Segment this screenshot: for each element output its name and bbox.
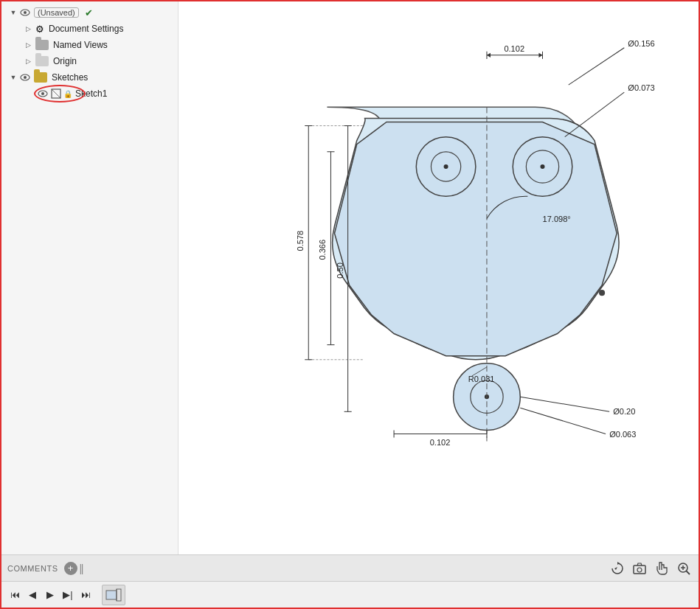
svg-line-55 <box>687 571 690 574</box>
tree-item-root[interactable]: ▼ (Unsaved) ✔ <box>1 4 178 21</box>
playback-bar: ⏮ ◀ ▶ ▶| ⏭ <box>1 581 699 608</box>
drag-handle[interactable]: ‖ <box>79 563 84 574</box>
unsaved-badge: (Unsaved) <box>34 7 79 18</box>
skip-forward-button[interactable]: ⏭ <box>78 588 93 602</box>
svg-point-14 <box>540 164 544 169</box>
add-comment-button[interactable]: + <box>64 562 77 575</box>
svg-text:Ø0.20: Ø0.20 <box>613 407 635 416</box>
svg-text:Ø0.063: Ø0.063 <box>609 430 636 439</box>
svg-point-11 <box>444 164 448 169</box>
dim-bottom-0102: 0.102 <box>394 430 487 446</box>
svg-line-22 <box>569 48 625 85</box>
svg-line-47 <box>520 397 609 411</box>
sidebar: ▼ (Unsaved) ✔ ▷ ⚙ Document Settings ▷ Na <box>1 1 179 554</box>
sketch-tool-button[interactable] <box>102 585 125 605</box>
sketch-icon <box>50 88 62 100</box>
svg-line-49 <box>520 408 606 434</box>
bracket-shape <box>327 107 619 359</box>
expand-arrow-origin: ▷ <box>22 55 34 67</box>
svg-text:0.366: 0.366 <box>318 240 327 260</box>
content-area: ▼ (Unsaved) ✔ ▷ ⚙ Document Settings ▷ Na <box>1 1 699 554</box>
comments-label: COMMENTS <box>7 564 58 573</box>
visibility-icon-sketches[interactable] <box>19 72 31 83</box>
svg-text:17.098°: 17.098° <box>543 215 571 223</box>
svg-point-5 <box>41 92 44 95</box>
svg-text:Ø0.073: Ø0.073 <box>628 83 654 92</box>
step-back-button[interactable]: ◀ <box>25 588 40 602</box>
lock-icon: 🔒 <box>63 89 72 98</box>
svg-rect-59 <box>117 589 121 601</box>
named-views-label: Named Views <box>53 40 108 50</box>
folder-icon-sketches <box>34 72 47 83</box>
expand-arrow-doc: ▷ <box>22 23 34 35</box>
tree-item-sketches[interactable]: ▼ Sketches <box>1 69 178 86</box>
arrow-left-top <box>487 53 491 58</box>
svg-point-1 <box>24 11 27 14</box>
visibility-icon-sketch1[interactable] <box>37 88 49 100</box>
doc-settings-label: Document Settings <box>49 24 123 34</box>
dim-d0156: Ø0.156 <box>569 39 655 85</box>
svg-text:0.102: 0.102 <box>504 44 524 53</box>
tree-item-document-settings[interactable]: ▷ ⚙ Document Settings <box>1 21 178 37</box>
check-icon: ✔ <box>85 7 93 18</box>
svg-text:0.102: 0.102 <box>430 438 451 447</box>
ref-point <box>599 290 605 296</box>
svg-line-7 <box>52 89 60 98</box>
comments-section: COMMENTS + ‖ <box>7 562 609 575</box>
sketch1-label: Sketch1 <box>75 88 107 99</box>
drawing-area: 0.102 Ø0.156 Ø0.073 17.098° <box>179 1 699 554</box>
expand-arrow-named-views: ▷ <box>22 39 34 51</box>
svg-rect-58 <box>106 591 117 599</box>
tree-item-sketch1[interactable]: 🔒 Sketch1 <box>1 86 178 102</box>
svg-text:0.578: 0.578 <box>296 231 305 251</box>
svg-text:0.50: 0.50 <box>336 262 344 279</box>
top-right-circle <box>513 137 572 197</box>
expand-arrow-sketches: ▼ <box>7 72 19 83</box>
svg-line-24 <box>565 92 625 136</box>
top-left-circle <box>416 137 476 197</box>
play-button[interactable]: ▶ <box>43 588 58 602</box>
expand-arrow-root: ▼ <box>7 7 19 18</box>
sketches-label: Sketches <box>52 72 88 83</box>
dim-top-horizontal: 0.102 <box>487 44 543 59</box>
cad-drawing: 0.102 Ø0.156 Ø0.073 17.098° <box>179 1 699 554</box>
visibility-icon-root[interactable] <box>19 7 31 18</box>
svg-point-53 <box>637 568 642 572</box>
toolbar-right <box>609 560 693 577</box>
svg-point-3 <box>24 76 27 79</box>
svg-text:Ø0.156: Ø0.156 <box>628 39 654 48</box>
step-forward-button[interactable]: ▶| <box>60 588 75 602</box>
folder-icon-origin <box>35 56 49 66</box>
svg-marker-51 <box>617 562 620 565</box>
bottom-bar: COMMENTS + ‖ <box>1 554 699 581</box>
tree-item-named-views[interactable]: ▷ Named Views <box>1 37 178 53</box>
tree-item-origin[interactable]: ▷ Origin <box>1 53 178 69</box>
camera-button[interactable] <box>631 560 648 577</box>
dim-0366: 0.366 <box>318 152 334 345</box>
camera-rotate-button[interactable] <box>609 560 626 577</box>
folder-icon-named-views <box>35 40 49 50</box>
main-layout: ▼ (Unsaved) ✔ ▷ ⚙ Document Settings ▷ Na <box>1 1 699 608</box>
arrow-right-top <box>538 53 542 58</box>
hand-tool-button[interactable] <box>653 560 670 577</box>
gear-icon: ⚙ <box>34 23 46 35</box>
zoom-button[interactable] <box>675 560 693 577</box>
origin-label: Origin <box>53 56 77 66</box>
skip-back-button[interactable]: ⏮ <box>7 588 22 602</box>
